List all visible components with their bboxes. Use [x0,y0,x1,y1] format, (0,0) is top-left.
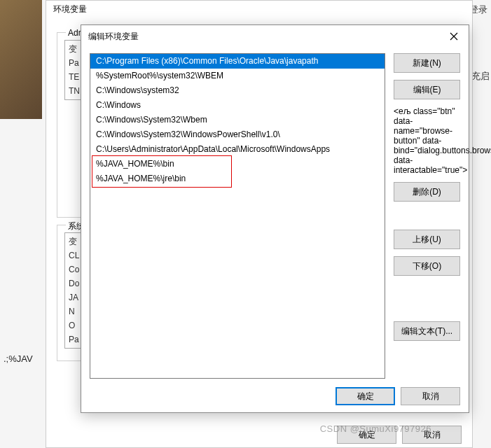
path-item[interactable]: %SystemRoot%\system32\WBEM [90,69,385,83]
path-text-fragment: .;%JAV [4,354,33,364]
button-column: 新建(N) 编辑(E) <ељ class="btn" data-name="b… [394,53,460,379]
close-button[interactable] [445,27,463,46]
edit-dialog-footer: 确定 取消 [336,387,460,405]
edit-text-button[interactable]: 编辑文本(T)... [394,321,460,341]
move-up-button[interactable]: 上移(U) [394,230,460,249]
path-list[interactable]: C:\Program Files (x86)\Common Files\Orac… [90,53,385,379]
edit-dialog-body: C:\Program Files (x86)\Common Files\Orac… [90,53,460,379]
delete-button[interactable]: 删除(D) [394,182,460,202]
edit-button[interactable]: 编辑(E) [394,80,460,99]
path-item[interactable]: C:\Windows [90,98,385,113]
close-icon [450,32,458,41]
path-item[interactable]: C:\Program Files (x86)\Common Files\Orac… [90,54,385,69]
cancel-button[interactable]: 取消 [401,387,460,405]
path-item[interactable]: C:\Windows\system32 [90,83,385,98]
path-item[interactable]: %JAVA_HOME%\bin [90,157,385,172]
watermark: CSDN @SumuXi9797926 [320,424,431,434]
edit-dialog-title: 编辑环境变量 [88,31,139,43]
edit-env-var-dialog: 编辑环境变量 C:\Program Files (x86)\Common Fil… [81,24,469,413]
bg-photo [0,0,42,119]
new-button[interactable]: 新建(N) [394,53,460,73]
env-vars-title: 环境变量 [53,4,87,15]
path-item[interactable]: %JAVA_HOME%\jre\bin [90,172,385,186]
path-item[interactable]: C:\Windows\System32\Wbem [90,113,385,127]
move-down-button[interactable]: 下移(O) [394,256,460,276]
ok-button[interactable]: 确定 [336,387,395,405]
path-item[interactable]: C:\Windows\System32\WindowsPowerShell\v1… [90,127,385,142]
path-item[interactable]: C:\Users\Administrator\AppData\Local\Mic… [90,142,385,157]
edit-dialog-titlebar: 编辑环境变量 [81,25,469,48]
